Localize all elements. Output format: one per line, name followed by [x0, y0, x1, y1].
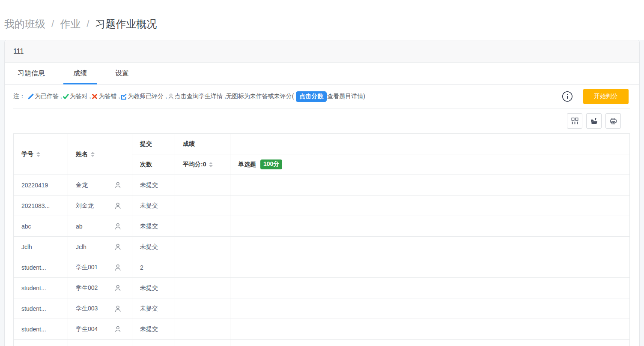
student-name: 金龙 — [76, 181, 88, 188]
breadcrumb-homework[interactable]: 作业 — [60, 17, 80, 31]
student-name-cell: ab — [68, 216, 132, 237]
average-score-label: 平均分:0 — [183, 161, 206, 168]
student-name: 学生002 — [76, 284, 98, 291]
person-icon[interactable] — [114, 305, 122, 313]
submit-count-cell: 未提交 — [132, 298, 175, 319]
x-icon — [91, 93, 98, 100]
tab-exercise-info[interactable]: 习题信息 — [8, 63, 55, 84]
question-score-cell — [230, 237, 630, 257]
person-icon[interactable] — [114, 243, 122, 251]
breadcrumb: 我的班级 / 作业 / 习题作业概况 — [4, 17, 157, 31]
average-score-cell — [175, 216, 230, 237]
question-score-cell — [230, 278, 630, 298]
question-score-cell — [230, 216, 630, 237]
edit-square-icon — [120, 93, 127, 100]
student-id-cell: Jclh — [14, 237, 68, 257]
tab-bar: 习题信息 成绩 设置 — [5, 63, 639, 84]
column-header-submit-group: 提交 — [132, 134, 175, 154]
page-header: 我的班级 / 作业 / 习题作业概况 — [0, 0, 644, 40]
print-icon[interactable] — [605, 113, 621, 129]
columns-icon[interactable] — [567, 113, 582, 129]
student-name: 学生001 — [76, 264, 98, 271]
grade-controls: 开始判分 — [562, 89, 629, 104]
table-row: 20220419 金龙 未提交 — [14, 175, 630, 196]
average-score-cell — [175, 319, 230, 340]
student-name: Jclh — [76, 244, 86, 250]
student-name: 刘金龙 — [76, 202, 94, 209]
legend-note-row: 注： 为已作答 ,为答对 ,为答错 ,为教师已评分 ,点击查询学生详情 ,无图标… — [5, 84, 639, 108]
table-row-clipped — [14, 340, 630, 346]
student-name-cell: 学生002 — [68, 278, 132, 298]
legend-note: 注： 为已作答 ,为答对 ,为答错 ,为教师已评分 ,点击查询学生详情 ,无图标… — [13, 91, 365, 102]
question-score-cell — [230, 196, 630, 216]
table-row: student... 学生004 未提交 — [14, 319, 630, 340]
question-type-label: 单选题 — [238, 161, 256, 168]
person-icon[interactable] — [114, 284, 122, 292]
export-icon[interactable] — [586, 113, 602, 129]
question-score-cell — [230, 319, 630, 340]
submit-count-cell: 未提交 — [132, 237, 175, 257]
column-header-average-score[interactable]: 平均分:0 — [175, 154, 230, 175]
sort-icon[interactable] — [91, 152, 95, 157]
breadcrumb-current-page: 习题作业概况 — [95, 17, 157, 31]
note-prefix: 注： — [13, 93, 27, 100]
student-name: 学生004 — [76, 325, 98, 332]
average-score-cell — [175, 175, 230, 196]
person-icon[interactable] — [114, 264, 122, 271]
student-name: ab — [76, 223, 83, 230]
homework-title: 111 — [5, 40, 639, 63]
sort-icon[interactable] — [209, 162, 213, 167]
submit-count-cell: 未提交 — [132, 175, 175, 196]
tab-settings[interactable]: 设置 — [105, 63, 139, 84]
breadcrumb-my-classes[interactable]: 我的班级 — [4, 17, 45, 31]
breadcrumb-separator: / — [86, 18, 89, 30]
check-icon — [63, 93, 69, 100]
score-chip-example: 点击分数 — [296, 91, 327, 102]
table-toolbar — [5, 108, 639, 133]
sort-icon[interactable] — [36, 152, 40, 157]
student-name-cell: 金龙 — [68, 175, 132, 196]
student-name-cell: 刘金龙 — [68, 196, 132, 216]
question-score-cell — [230, 298, 630, 319]
submit-count-cell: 未提交 — [132, 196, 175, 216]
table-row: 2021083... 刘金龙 未提交 — [14, 196, 630, 216]
submit-count-cell: 未提交 — [132, 216, 175, 237]
table-row: abc ab 未提交 — [14, 216, 630, 237]
homework-card: 111 习题信息 成绩 设置 注： 为已作答 ,为答对 ,为答错 ,为教师已评分… — [4, 40, 640, 346]
question-score-cell — [230, 257, 630, 278]
note-wrong: 为答错 , — [98, 93, 120, 100]
average-score-cell — [175, 196, 230, 216]
person-icon — [167, 93, 174, 100]
person-icon[interactable] — [114, 202, 122, 210]
question-score-cell — [230, 175, 630, 196]
column-header-score-group: 成绩 — [175, 134, 230, 154]
note-suffix: 查看题目详情) — [327, 93, 365, 100]
breadcrumb-separator: / — [51, 18, 54, 30]
note-answered: 为已作答 , — [35, 93, 62, 100]
person-icon[interactable] — [114, 325, 122, 333]
submit-count-cell: 未提交 — [132, 278, 175, 298]
column-header-submit-count: 次数 — [132, 154, 175, 175]
person-icon[interactable] — [114, 181, 122, 189]
student-name-cell: 学生003 — [68, 298, 132, 319]
grades-table-body: 20220419 金龙 未提交 2021083... 刘金龙 未提交 abc a… — [14, 175, 630, 340]
student-name-cell: Jclh — [68, 237, 132, 257]
question-score-badge: 100分 — [260, 159, 282, 169]
person-icon[interactable] — [114, 223, 122, 230]
pencil-icon — [27, 93, 34, 100]
name-label: 姓名 — [76, 150, 88, 158]
grades-table: 学号 姓名 提交 成绩 次数 平均分:0 单选题 1 — [13, 133, 630, 346]
info-icon[interactable] — [562, 91, 573, 102]
student-id-cell: 20220419 — [14, 175, 68, 196]
column-header-questions-group — [230, 134, 630, 154]
average-score-cell — [175, 237, 230, 257]
tab-grades[interactable]: 成绩 — [63, 63, 97, 84]
student-id-cell: student... — [14, 278, 68, 298]
column-header-name[interactable]: 姓名 — [68, 134, 132, 175]
start-grading-button[interactable]: 开始判分 — [583, 89, 629, 104]
average-score-cell — [175, 257, 230, 278]
table-row: student... 学生002 未提交 — [14, 278, 630, 298]
column-header-student-id[interactable]: 学号 — [14, 134, 68, 175]
column-header-question-1: 单选题 100分 — [230, 154, 630, 175]
student-name-cell: 学生001 — [68, 257, 132, 278]
